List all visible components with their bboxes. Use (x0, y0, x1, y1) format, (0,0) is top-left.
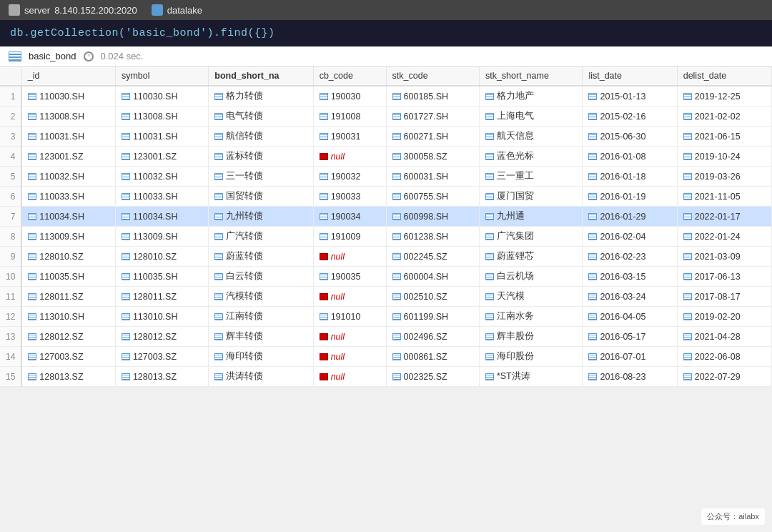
table-row[interactable]: 4123001.SZ123001.SZ蓝标转债null300058.SZ蓝色光标… (0, 147, 772, 167)
cell-type-icon (320, 193, 328, 200)
table-cell: 600998.SH (386, 207, 479, 227)
table-cell: 113009.SH (21, 227, 115, 247)
table-cell: 128010.SZ (115, 247, 208, 267)
table-row[interactable]: 9128010.SZ128010.SZ蔚蓝转债null002245.SZ蔚蓝锂芯… (0, 247, 772, 267)
table-cell: 辉丰转债 (209, 327, 313, 347)
table-cell: 海印转债 (209, 347, 313, 367)
table-cell: 123001.SZ (21, 147, 115, 167)
table-cell: 190030 (313, 86, 386, 107)
cell-type-icon (392, 273, 401, 280)
table-cell: 113008.SH (115, 107, 208, 127)
table-row[interactable]: 6110033.SH110033.SH国贸转债190033600755.SH厦门… (0, 187, 772, 207)
table-cell: 2016-02-23 (583, 247, 677, 267)
cell-type-icon (392, 153, 401, 160)
table-cell: 厦门国贸 (479, 187, 583, 207)
col-header-cb-code: cb_code (313, 66, 386, 86)
table-cell: 2017-08-17 (677, 287, 771, 307)
table-cell: 国贸转债 (209, 187, 313, 207)
query-time: 0.024 sec. (101, 51, 144, 61)
table-cell: 113008.SH (21, 107, 115, 127)
cell-type-icon (588, 133, 597, 140)
table-cell: 蔚蓝转债 (209, 247, 313, 267)
table-row[interactable]: 13128012.SZ128012.SZ辉丰转债null002496.SZ辉丰股… (0, 327, 772, 347)
cell-type-icon (588, 113, 597, 120)
cell-type-icon (683, 253, 692, 260)
table-cell: 127003.SZ (115, 347, 208, 367)
cell-type-icon (588, 233, 597, 240)
table-cell: 2016-08-23 (583, 367, 677, 387)
table-row[interactable]: 2113008.SH113008.SH电气转债191008601727.SH上海… (0, 107, 772, 127)
table-cell: 110035.SH (115, 267, 208, 287)
server-icon (9, 4, 20, 16)
table-cell: 600031.SH (386, 167, 479, 187)
table-row[interactable]: 7110034.SH110034.SH九州转债190034600998.SH九州… (0, 207, 772, 227)
cell-type-icon (28, 93, 36, 100)
row-number: 7 (0, 207, 21, 227)
table-cell: 江南水务 (479, 307, 583, 327)
table-cell: 2021-06-15 (677, 127, 771, 147)
table-row[interactable]: 14127003.SZ127003.SZ海印转债null000861.SZ海印股… (0, 347, 772, 367)
table-cell: 191008 (313, 107, 386, 127)
table-row[interactable]: 11128011.SZ128011.SZ汽模转债null002510.SZ天汽模… (0, 287, 772, 307)
collection-icon (9, 51, 21, 61)
table-cell: 广汽转债 (209, 227, 313, 247)
cell-type-icon (214, 173, 223, 180)
table-cell: 2021-11-05 (677, 187, 771, 207)
table-cell: 格力地产 (479, 86, 583, 107)
table-row[interactable]: 1110030.SH110030.SH格力转债190030600185.SH格力… (0, 86, 772, 107)
table-row[interactable]: 15128013.SZ128013.SZ洪涛转债null002325.SZ*ST… (0, 367, 772, 387)
table-cell: 海印股份 (479, 347, 583, 367)
table-cell: 190035 (313, 267, 386, 287)
col-header-stk-code: stk_code (386, 66, 479, 86)
null-icon (320, 373, 328, 380)
row-number: 9 (0, 247, 21, 267)
cell-type-icon (214, 193, 223, 200)
cell-type-icon (122, 253, 130, 260)
table-row[interactable]: 8113009.SH113009.SH广汽转债191009601238.SH广汽… (0, 227, 772, 247)
row-number: 1 (0, 86, 21, 107)
table-cell: 航天信息 (479, 127, 583, 147)
cell-type-icon (122, 313, 130, 320)
table-cell: 三一重工 (479, 167, 583, 187)
table-cell: 600185.SH (386, 86, 479, 107)
table-row[interactable]: 5110032.SH110032.SH三一转债190032600031.SH三一… (0, 167, 772, 187)
cell-type-icon (28, 293, 36, 300)
col-header-id: _id (21, 66, 115, 86)
table-cell: 190031 (313, 127, 386, 147)
table-cell: 110030.SH (115, 86, 208, 107)
cell-type-icon (28, 233, 36, 240)
cell-type-icon (28, 113, 36, 120)
cell-type-icon (392, 373, 401, 380)
table-cell: 2016-01-29 (583, 207, 677, 227)
table-cell: 2021-02-02 (677, 107, 771, 127)
cell-type-icon (122, 153, 130, 160)
table-cell: null (313, 247, 386, 267)
table-cell: 2016-01-19 (583, 187, 677, 207)
table-cell: 110032.SH (21, 167, 115, 187)
row-number: 11 (0, 287, 21, 307)
cell-type-icon (683, 313, 692, 320)
cell-type-icon (122, 293, 130, 300)
table-cell: 2016-01-08 (583, 147, 677, 167)
cell-type-icon (683, 93, 692, 100)
cell-type-icon (683, 173, 692, 180)
cell-type-icon (28, 373, 36, 380)
table-cell: 2016-05-17 (583, 327, 677, 347)
row-number: 14 (0, 347, 21, 367)
table-cell: 128013.SZ (21, 367, 115, 387)
table-row[interactable]: 10110035.SH110035.SH白云转债190035600004.SH白… (0, 267, 772, 287)
table-cell: null (313, 367, 386, 387)
cell-type-icon (392, 173, 401, 180)
table-row[interactable]: 12113010.SH113010.SH江南转债191010601199.SH江… (0, 307, 772, 327)
cell-type-icon (392, 293, 401, 300)
cell-type-icon (485, 353, 494, 360)
cell-type-icon (320, 313, 328, 320)
collection-name: basic_bond (29, 51, 76, 61)
cell-type-icon (122, 373, 130, 380)
cell-type-icon (683, 293, 692, 300)
server-label: server (24, 5, 50, 16)
cell-type-icon (485, 273, 494, 280)
table-row[interactable]: 3110031.SH110031.SH航信转债190031600271.SH航天… (0, 127, 772, 147)
table-cell: 110032.SH (115, 167, 208, 187)
cell-type-icon (485, 313, 494, 320)
